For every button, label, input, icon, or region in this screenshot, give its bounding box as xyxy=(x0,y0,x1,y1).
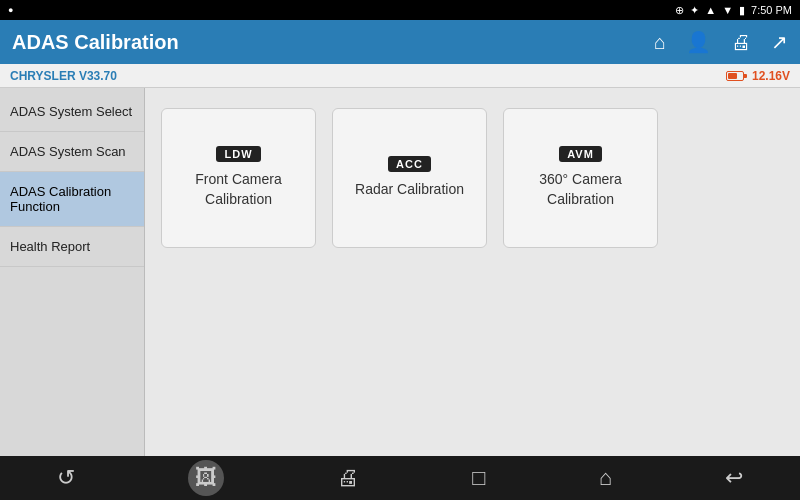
user-icon[interactable]: 👤 xyxy=(686,30,711,54)
status-bar-right: ⊕ ✦ ▲ ▼ ▮ 7:50 PM xyxy=(675,4,792,17)
avm-badge: AVM xyxy=(559,146,602,162)
ldw-badge: LDW xyxy=(216,146,260,162)
wifi-icon: ▼ xyxy=(722,4,733,16)
sub-header: CHRYSLER V33.70 12.16V xyxy=(0,64,800,88)
image-nav-icon[interactable]: 🖼 xyxy=(188,460,224,496)
sidebar: ADAS System Select ADAS System Scan ADAS… xyxy=(0,88,145,456)
sidebar-item-health-report[interactable]: Health Report xyxy=(0,227,144,267)
acc-card[interactable]: ACC Radar Calibration xyxy=(332,108,487,248)
time-display: 7:50 PM xyxy=(751,4,792,16)
calibration-cards: LDW Front Camera Calibration ACC Radar C… xyxy=(161,108,784,248)
content-area: LDW Front Camera Calibration ACC Radar C… xyxy=(145,88,800,456)
sidebar-item-adas-calibration-function[interactable]: ADAS Calibration Function xyxy=(0,172,144,227)
header: ADAS Calibration ⌂ 👤 🖨 ↗ xyxy=(0,20,800,64)
avm-label: 360° Camera Calibration xyxy=(504,170,657,209)
acc-badge: ACC xyxy=(388,156,431,172)
ldw-card[interactable]: LDW Front Camera Calibration xyxy=(161,108,316,248)
voltage-display: 12.16V xyxy=(726,69,790,83)
main-area: ADAS System Select ADAS System Scan ADAS… xyxy=(0,88,800,456)
status-bar: ● ⊕ ✦ ▲ ▼ ▮ 7:50 PM xyxy=(0,0,800,20)
ldw-label: Front Camera Calibration xyxy=(162,170,315,209)
header-icons: ⌂ 👤 🖨 ↗ xyxy=(654,30,788,54)
sidebar-item-adas-system-select[interactable]: ADAS System Select xyxy=(0,92,144,132)
printer-nav-icon[interactable]: 🖨 xyxy=(337,465,359,491)
bluetooth-icon: ✦ xyxy=(690,4,699,17)
status-bar-left: ● xyxy=(8,5,13,15)
nav-bar: ↺ 🖼 🖨 □ ⌂ ↩ xyxy=(0,456,800,500)
sidebar-item-adas-system-scan[interactable]: ADAS System Scan xyxy=(0,132,144,172)
gps-icon: ⊕ xyxy=(675,4,684,17)
export-icon[interactable]: ↗ xyxy=(771,30,788,54)
avm-card[interactable]: AVM 360° Camera Calibration xyxy=(503,108,658,248)
back-nav-icon[interactable]: ↩ xyxy=(725,465,743,491)
home-icon[interactable]: ⌂ xyxy=(654,31,666,54)
battery-icon xyxy=(726,71,744,81)
page-title: ADAS Calibration xyxy=(12,31,179,54)
vehicle-version: CHRYSLER V33.70 xyxy=(10,69,117,83)
printer-icon[interactable]: 🖨 xyxy=(731,31,751,54)
acc-label: Radar Calibration xyxy=(347,180,472,200)
refresh-nav-icon[interactable]: ↺ xyxy=(57,465,75,491)
signal-icon: ▲ xyxy=(705,4,716,16)
square-nav-icon[interactable]: □ xyxy=(472,465,485,491)
battery-status-icon: ▮ xyxy=(739,4,745,17)
home-nav-icon[interactable]: ⌂ xyxy=(599,465,612,491)
